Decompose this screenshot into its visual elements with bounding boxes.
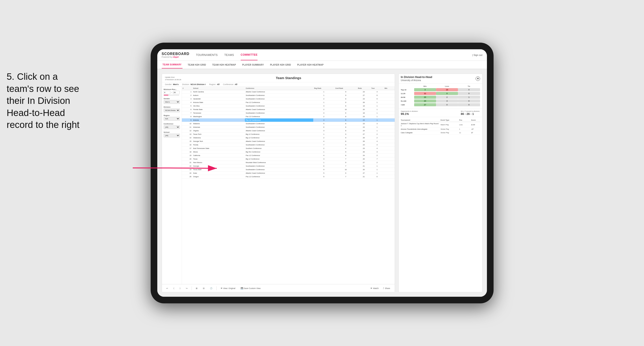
- table-row[interactable]: 20 Texas Big 12 Conference 3 7 20 7: [182, 157, 395, 161]
- min-rounds-slider[interactable]: [164, 95, 179, 95]
- table-row[interactable]: 11 Arkansas Southeastern Conference 6 8 …: [182, 126, 395, 129]
- table-row[interactable]: 3 Vanderbilt Southeastern Conference 2 8…: [182, 97, 395, 101]
- cell-school: Duke: [192, 172, 245, 175]
- toolbar-watch[interactable]: 👁 Watch: [369, 287, 380, 290]
- cell-crank: 7: [334, 157, 357, 161]
- cell-rrank: 2: [313, 97, 334, 101]
- table-row[interactable]: 8 Washington Pac-12 Conference 2 8 23 1: [182, 115, 395, 118]
- filter-gender: Gender: Men's: [165, 83, 179, 86]
- table-row[interactable]: 9 Arizona Pac-12 Conference 3 8 23 1: [182, 118, 395, 122]
- cell-win: [384, 147, 394, 150]
- toolbar-step-forward[interactable]: ⟩: [178, 287, 182, 290]
- table-row[interactable]: 5 Ole Miss Southeastern Conference 3 6 1…: [182, 104, 395, 108]
- toolbar-save-custom[interactable]: 💾 Save Custom View: [239, 287, 262, 290]
- cell-crank: 9: [334, 161, 357, 164]
- cell-rrank: 7: [313, 143, 334, 147]
- table-row[interactable]: 13 Texas Tech Big 12 Conference 1 9 27 2: [182, 133, 395, 136]
- school-select[interactable]: (All): [164, 134, 180, 138]
- h2h-close-button[interactable]: ✕: [476, 76, 480, 81]
- cell-tour: 1: [370, 104, 384, 108]
- col-school: School: [192, 87, 245, 90]
- toolbar-share[interactable]: ⤴ Share: [382, 287, 391, 290]
- cell-school: Florida: [192, 143, 245, 147]
- min-rounds-max[interactable]: [173, 91, 180, 94]
- sub-tab-player-summary[interactable]: PLAYER SUMMARY: [241, 61, 265, 68]
- toolbar-view-original[interactable]: 👁 View: Original: [219, 287, 237, 290]
- table-row[interactable]: 10 Alabama Southeastern Conference 5 8 2…: [182, 122, 395, 126]
- instruction-text: 5. Click on a team's row to see their In…: [7, 71, 84, 131]
- h2h-row-2650: 26-50 25 2 1: [401, 96, 480, 99]
- sub-tab-team-h2h-heatmap[interactable]: TEAM H2H HEATMAP: [211, 61, 237, 68]
- division-select[interactable]: NCAA Division I: [164, 109, 180, 112]
- table-row[interactable]: 17 East Tennessee State Southern Confere…: [182, 147, 395, 150]
- table-row[interactable]: 4 Arizona State Pac-12 Conference 1 9 26…: [182, 101, 395, 104]
- toolbar-copy[interactable]: ⊞: [194, 287, 199, 290]
- cell-rrank: 6: [313, 126, 334, 129]
- h2h-loss-1125: 8: [436, 92, 458, 95]
- toolbar-redo[interactable]: ↪: [184, 287, 189, 290]
- filter-division: Division: NCAA Division I: [182, 83, 206, 86]
- h2h-tie-51100: 0: [458, 99, 480, 103]
- h2h-tie-2650: 1: [458, 96, 480, 99]
- table-row[interactable]: 14 Oklahoma Big 12 Conference 2 9 26 2: [182, 136, 395, 140]
- table-row[interactable]: 25 Oregon Pac-12 Conference 5 7 21 0: [182, 175, 395, 178]
- sub-tab-player-h2h-grid[interactable]: PLAYER H2H GRID: [269, 61, 292, 68]
- cell-num: 14: [182, 136, 192, 140]
- table-row[interactable]: 21 New Mexico Mountain West Conference 1…: [182, 161, 395, 164]
- nav-committee[interactable]: COMMITTEE: [241, 50, 258, 60]
- toolbar-undo[interactable]: ↩: [165, 287, 170, 290]
- cell-num: 10: [182, 122, 192, 126]
- cell-rnds: 23: [357, 90, 370, 94]
- cell-school: Washington: [192, 115, 245, 118]
- cell-rrank: 1: [313, 94, 334, 97]
- table-row[interactable]: 18 Illinois Big Ten Conference 1 9 26 3: [182, 150, 395, 154]
- cell-conf: Big Ten Conference: [245, 150, 313, 154]
- cell-num: 16: [182, 143, 192, 147]
- cell-win: [384, 164, 394, 168]
- cell-conf: Pac-12 Conference: [245, 101, 313, 104]
- cell-num: 8: [182, 115, 192, 118]
- conference-select[interactable]: (All): [164, 125, 180, 129]
- sub-tab-player-h2h-heatmap[interactable]: PLAYER H2H HEATMAP: [296, 61, 324, 68]
- table-row[interactable]: 16 Florida Southeastern Conference 7 9 2…: [182, 143, 395, 147]
- cell-crank: 8: [334, 126, 357, 129]
- region-select[interactable]: N/A: [164, 117, 180, 121]
- nav-teams[interactable]: TEAMS: [224, 50, 234, 60]
- table-row[interactable]: 1 North Carolina Atlantic Coast Conferen…: [182, 90, 395, 94]
- toolbar-clock[interactable]: 🕐: [208, 287, 214, 290]
- cell-crank: 8: [334, 97, 357, 101]
- table-row[interactable]: 2 Auburn Southeastern Conference 1 9 27 …: [182, 94, 395, 97]
- table-row[interactable]: 24 Duke Atlantic Coast Conference 5 9 27…: [182, 172, 395, 175]
- toolbar-step-back[interactable]: ⟨: [172, 287, 176, 290]
- nav-tournaments[interactable]: TOURNAMENTS: [196, 50, 218, 60]
- table-row[interactable]: 7 Tennessee Southeastern Conference 4 6 …: [182, 111, 395, 115]
- cell-crank: 10: [334, 108, 357, 111]
- cell-num: 17: [182, 147, 192, 150]
- table-row[interactable]: 19 California Pac-12 Conference 4 8 24 2: [182, 154, 395, 157]
- cell-rnds: 23: [357, 122, 370, 126]
- cell-conf: Atlantic Coast Conference: [245, 90, 313, 94]
- cell-rrank: 1: [313, 150, 334, 154]
- cell-conf: Southeastern Conference: [245, 94, 313, 97]
- cell-win: [384, 122, 394, 126]
- panel-title: Team Standings: [186, 76, 392, 80]
- cell-tour: 1: [370, 115, 384, 118]
- cell-rrank: 1: [313, 101, 334, 104]
- sign-out[interactable]: | Sign out: [472, 54, 482, 56]
- cell-win: [384, 168, 394, 172]
- h2h-loss-gt100: 0: [436, 103, 458, 106]
- toolbar-paste[interactable]: ⊟: [202, 287, 206, 290]
- table-row[interactable]: 15 Georgia Tech Atlantic Coast Conferenc…: [182, 140, 395, 143]
- sub-tab-team-summary[interactable]: TEAM SUMMARY: [162, 61, 182, 68]
- cell-rrank: 5: [313, 175, 334, 178]
- cell-rnds: 23: [357, 118, 370, 122]
- table-area: # School Conference Reg Rank Conf Rank R…: [182, 87, 395, 284]
- sub-tab-team-h2h-grid[interactable]: TEAM H2H GRID: [187, 61, 207, 68]
- table-row[interactable]: 22 Georgia Southeastern Conference 8 7 2…: [182, 164, 395, 168]
- gender-select[interactable]: Men's: [164, 100, 180, 104]
- min-rounds-number[interactable]: [164, 91, 170, 94]
- table-row[interactable]: 23 Texas A&M Southeastern Conference 9 1…: [182, 168, 395, 172]
- table-row[interactable]: 6 Florida State Atlantic Coast Conferenc…: [182, 108, 395, 111]
- h2h-tournaments: Tournament Event Type Pos Score Jackson …: [399, 117, 482, 292]
- table-row[interactable]: 12 Virginia Atlantic Coast Conference 3 …: [182, 129, 395, 133]
